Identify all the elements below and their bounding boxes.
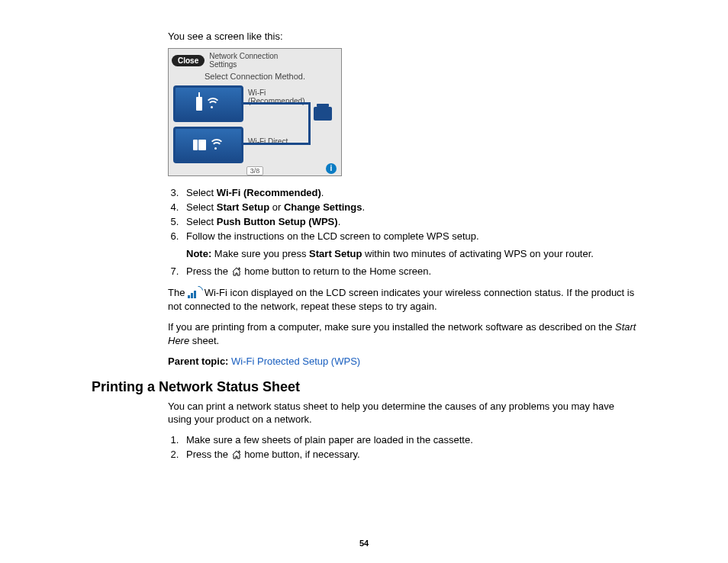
- wifi-recommended-tile[interactable]: [173, 85, 243, 122]
- page-indicator: 3/8: [246, 166, 264, 175]
- home-icon: [231, 267, 242, 278]
- step-4: Select Start Setup or Change Settings.: [182, 201, 636, 213]
- connector-line: [243, 102, 311, 105]
- note: Note: Make sure you press Start Setup wi…: [186, 248, 636, 259]
- step-b2: Press the home button, if necessary.: [182, 449, 636, 462]
- info-icon[interactable]: i: [326, 163, 337, 174]
- section-heading: Printing a Network Status Sheet: [92, 379, 636, 395]
- page-number: 54: [0, 539, 728, 548]
- devices-icon: [193, 140, 206, 150]
- parent-topic: Parent topic: Wi-Fi Protected Setup (WPS…: [168, 355, 636, 368]
- install-software-paragraph: If you are printing from a computer, mak…: [168, 320, 636, 347]
- wifi-icon: [205, 98, 221, 110]
- parent-topic-link[interactable]: Wi-Fi Protected Setup (WPS): [231, 355, 360, 367]
- wifi-status-paragraph: The Wi-Fi icon displayed on the LCD scre…: [168, 286, 636, 313]
- screenshot-title: Network Connection Settings: [209, 52, 278, 69]
- step-b1: Make sure a few sheets of plain paper ar…: [182, 434, 636, 446]
- wifi-icon: [209, 139, 224, 151]
- steps-list-b: Make sure a few sheets of plain paper ar…: [168, 434, 636, 462]
- printer-icon: [314, 107, 332, 121]
- router-icon: [196, 97, 202, 111]
- connector-line: [243, 143, 311, 145]
- screenshot-subtitle: Select Connection Method.: [169, 70, 341, 84]
- wifi-status-icon: [188, 288, 201, 298]
- steps-list-a: Select Wi-Fi (Recommended). Select Start…: [168, 187, 636, 278]
- screenshot-title-line2: Settings: [209, 60, 237, 69]
- section-intro: You can print a network status sheet to …: [168, 400, 636, 426]
- home-icon: [231, 450, 242, 462]
- intro-text: You see a screen like this:: [168, 31, 636, 42]
- lcd-screenshot: Close Network Connection Settings Select…: [168, 48, 342, 176]
- screenshot-title-line1: Network Connection: [209, 52, 278, 60]
- wifi-direct-tile[interactable]: [173, 127, 243, 163]
- close-button[interactable]: Close: [172, 55, 205, 66]
- step-6: Follow the instructions on the LCD scree…: [182, 230, 636, 259]
- step-5: Select Push Button Setup (WPS).: [182, 216, 636, 227]
- step-3: Select Wi-Fi (Recommended).: [182, 187, 636, 198]
- connector-line: [308, 102, 311, 145]
- step-7: Press the home button to return to the H…: [182, 265, 636, 278]
